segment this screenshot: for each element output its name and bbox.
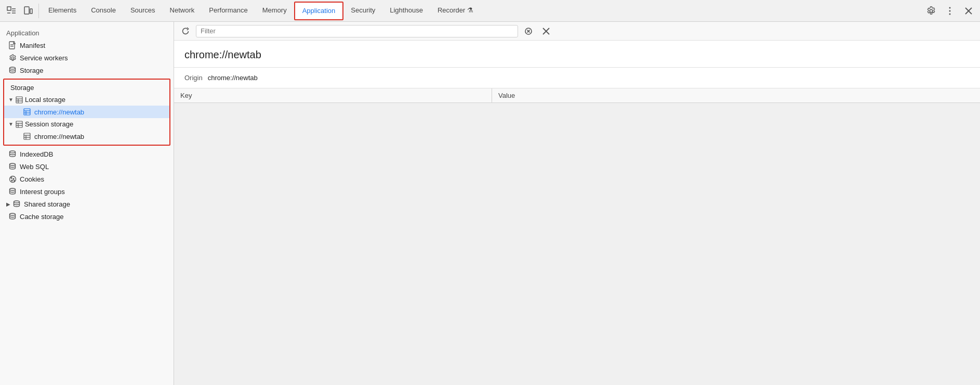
main-layout: Application Manifest Service workers bbox=[0, 22, 980, 385]
sidebar-item-interest-groups[interactable]: Interest groups bbox=[0, 185, 174, 198]
sidebar-item-service-workers[interactable]: Service workers bbox=[0, 52, 174, 64]
session-storage-newtab[interactable]: chrome://newtab bbox=[4, 130, 169, 143]
svg-rect-13 bbox=[16, 97, 22, 103]
svg-point-30 bbox=[10, 163, 16, 165]
svg-rect-21 bbox=[16, 121, 22, 127]
shared-storage-label: Shared storage bbox=[24, 200, 70, 208]
key-header: Key bbox=[174, 88, 492, 102]
storage-section-title: Storage bbox=[4, 82, 169, 94]
interest-groups-label: Interest groups bbox=[20, 188, 65, 196]
session-storage-label: Session storage bbox=[25, 120, 73, 128]
sidebar-item-storage[interactable]: Storage bbox=[0, 64, 174, 76]
origin-value: chrome://newtab bbox=[208, 74, 258, 82]
svg-point-12 bbox=[10, 67, 16, 69]
filter-input[interactable] bbox=[196, 25, 518, 37]
settings-btn[interactable] bbox=[923, 3, 939, 19]
devtools-toolbar: Elements Console Sources Network Perform… bbox=[0, 0, 980, 22]
sidebar-item-shared-storage[interactable]: ▶ Shared storage bbox=[0, 198, 174, 210]
cache-storage-label: Cache storage bbox=[20, 213, 64, 221]
close-btn[interactable] bbox=[960, 3, 977, 19]
origin-bar: Origin chrome://newtab bbox=[174, 68, 980, 88]
local-storage-group[interactable]: ▼ Local storage bbox=[4, 94, 169, 106]
svg-point-11 bbox=[11, 57, 14, 59]
close-filter-btn[interactable] bbox=[539, 24, 553, 38]
sidebar-item-indexeddb[interactable]: IndexedDB bbox=[0, 148, 174, 160]
websql-label: Web SQL bbox=[20, 163, 49, 171]
svg-point-3 bbox=[949, 7, 951, 8]
svg-point-33 bbox=[13, 178, 14, 179]
cookies-label: Cookies bbox=[20, 175, 44, 183]
local-storage-newtab-label: chrome://newtab bbox=[34, 108, 84, 116]
value-header: Value bbox=[492, 88, 980, 102]
svg-point-32 bbox=[11, 177, 12, 178]
chevron-down-icon: ▼ bbox=[8, 97, 14, 102]
svg-point-37 bbox=[14, 201, 20, 203]
table-icon-child bbox=[23, 108, 31, 116]
cookie-icon bbox=[8, 175, 17, 183]
table-body bbox=[174, 103, 980, 385]
svg-point-4 bbox=[949, 10, 951, 11]
svg-rect-17 bbox=[24, 109, 30, 115]
manifest-label: Manifest bbox=[20, 42, 45, 49]
database-indexeddb-icon bbox=[8, 150, 17, 158]
tab-lighthouse[interactable]: Lighthouse bbox=[382, 0, 430, 22]
svg-point-5 bbox=[949, 13, 951, 15]
device-toggle-btn[interactable] bbox=[20, 3, 36, 19]
tab-performance[interactable]: Performance bbox=[202, 0, 255, 22]
filter-bar bbox=[174, 22, 980, 41]
table-icon-session bbox=[16, 121, 23, 128]
data-table: Key Value bbox=[174, 88, 980, 385]
local-storage-newtab[interactable]: chrome://newtab bbox=[4, 106, 169, 118]
sidebar-item-websql[interactable]: Web SQL bbox=[0, 160, 174, 173]
database-icon bbox=[8, 66, 17, 74]
clear-filter-btn[interactable] bbox=[521, 24, 536, 38]
tab-security[interactable]: Security bbox=[343, 0, 382, 22]
table-icon-session-child bbox=[23, 132, 31, 140]
storage-label: Storage bbox=[20, 67, 44, 74]
database-cache-icon bbox=[8, 212, 17, 221]
indexeddb-label: IndexedDB bbox=[20, 150, 53, 158]
chevron-right-icon: ▶ bbox=[6, 201, 10, 207]
database-interest-icon bbox=[8, 187, 17, 196]
refresh-btn[interactable] bbox=[178, 24, 193, 38]
tab-network[interactable]: Network bbox=[163, 0, 202, 22]
svg-point-38 bbox=[10, 213, 16, 215]
tab-application[interactable]: Application bbox=[294, 2, 344, 20]
sidebar-item-cookies[interactable]: Cookies bbox=[0, 173, 174, 185]
svg-rect-2 bbox=[30, 9, 32, 14]
tab-sources[interactable]: Sources bbox=[123, 0, 163, 22]
tab-elements[interactable]: Elements bbox=[41, 0, 84, 22]
tab-memory[interactable]: Memory bbox=[255, 0, 294, 22]
svg-rect-0 bbox=[7, 7, 11, 10]
storage-section: Storage ▼ Local storage bbox=[3, 79, 170, 146]
url-title: chrome://newtab bbox=[174, 41, 980, 68]
table-header: Key Value bbox=[174, 88, 980, 103]
local-storage-label: Local storage bbox=[25, 96, 65, 104]
sidebar: Application Manifest Service workers bbox=[0, 22, 174, 385]
content-area: chrome://newtab Origin chrome://newtab K… bbox=[174, 22, 980, 385]
inspect-icon-btn[interactable] bbox=[3, 3, 20, 19]
svg-point-29 bbox=[10, 151, 16, 153]
tab-recorder[interactable]: Recorder ⚗ bbox=[430, 0, 481, 22]
sidebar-item-cache-storage[interactable]: Cache storage bbox=[0, 210, 174, 223]
session-storage-newtab-label: chrome://newtab bbox=[34, 133, 84, 140]
svg-rect-25 bbox=[24, 133, 30, 139]
svg-point-36 bbox=[10, 188, 16, 190]
session-storage-group[interactable]: ▼ Session storage bbox=[4, 118, 169, 130]
database-shared-icon bbox=[12, 200, 21, 208]
tab-console[interactable]: Console bbox=[84, 0, 123, 22]
svg-point-34 bbox=[11, 180, 12, 181]
sidebar-item-manifest[interactable]: Manifest bbox=[0, 39, 174, 52]
origin-label: Origin bbox=[184, 74, 203, 82]
database-websql-icon bbox=[8, 162, 17, 171]
app-section-title: Application bbox=[0, 25, 174, 39]
file-icon bbox=[8, 41, 17, 49]
svg-rect-1 bbox=[24, 7, 29, 14]
gear-icon bbox=[8, 54, 17, 62]
table-icon bbox=[16, 96, 23, 104]
svg-point-35 bbox=[14, 180, 15, 181]
service-workers-label: Service workers bbox=[20, 54, 68, 62]
chevron-down-icon-session: ▼ bbox=[8, 121, 14, 127]
more-btn[interactable] bbox=[942, 3, 958, 19]
